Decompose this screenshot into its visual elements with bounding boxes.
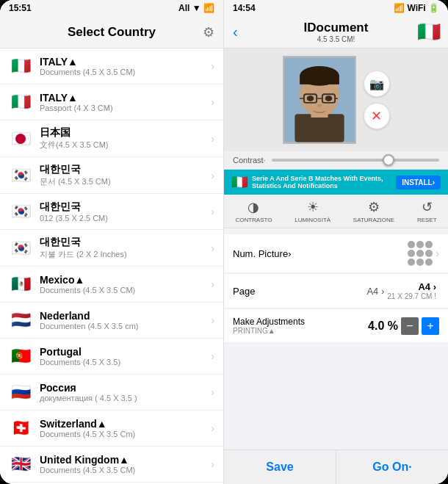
flag-italy1: 🇮🇹 xyxy=(9,54,32,78)
country-name-italy1: ITALY▲ xyxy=(40,56,211,68)
num-picture-row[interactable]: Num. Picture› › xyxy=(224,234,448,273)
country-item-switzerland[interactable]: 🇨🇭Switzerland▲Documents (4.5 X 3.5 Cm)› xyxy=(0,411,223,447)
country-item-mexico[interactable]: 🇲🇽Mexico▲Documents (4.5 X 3.5 CM)› xyxy=(0,267,223,303)
bottom-buttons: Save Go On· xyxy=(224,449,448,484)
left-header: Select Country ⚙ xyxy=(0,16,223,48)
country-name-portugal: Portugal xyxy=(40,346,211,358)
country-name-korea3: 대한민국 xyxy=(40,236,211,249)
make-adjustments-row: Make Adjustments PRINTING▲ 4.0 % − + xyxy=(224,309,448,343)
tool-luminosita[interactable]: ☀LUMINOSITÀ xyxy=(295,199,330,223)
camera-button[interactable]: 📷 xyxy=(364,71,390,97)
luminosita-icon: ☀ xyxy=(307,199,319,215)
close-button[interactable]: ✕ xyxy=(364,103,390,129)
chevron-portugal: › xyxy=(211,350,214,362)
country-info-netherlands: NederlandDocumenten (4.5 X 3.5 cm) xyxy=(40,310,211,331)
go-on-button[interactable]: Go On· xyxy=(336,450,448,484)
num-picture-label: Num. Picture› xyxy=(233,248,405,259)
flag-netherlands: 🇳🇱 xyxy=(9,308,32,332)
adjust-controls: 4.0 % − + xyxy=(368,317,439,335)
status-bar-left: 15:51 All ▼ 📶 xyxy=(0,0,223,16)
country-info-korea2: 대한민국012 (3.5 X 2.5 CM) xyxy=(40,201,211,223)
svg-rect-5 xyxy=(300,76,339,84)
country-name-netherlands: Nederland xyxy=(40,310,211,322)
page-size-2: 21 X 29.7 CM ! xyxy=(387,292,436,300)
chevron-korea1: › xyxy=(211,170,214,181)
country-name-italy2: ITALY▲ xyxy=(40,92,211,104)
chevron-japan: › xyxy=(211,133,214,145)
country-item-portugal[interactable]: 🇵🇹PortugalDocuments (4.5 X 3.5)› xyxy=(0,339,223,375)
country-item-russia[interactable]: 🇷🇺Россиядокументация ( 4.5 X 3.5 )› xyxy=(0,375,223,411)
country-info-uk: United Kingdom▲Documents (4.5 X 3.5 CM) xyxy=(40,454,211,474)
contrast-row: Contrast· xyxy=(224,151,448,170)
tool-saturazione[interactable]: ⚙SATURAZIONE xyxy=(353,199,394,223)
country-item-netherlands[interactable]: 🇳🇱NederlandDocumenten (4.5 X 3.5 cm)› xyxy=(0,303,223,339)
saturazione-icon: ⚙ xyxy=(368,199,380,215)
chevron-italy1: › xyxy=(211,60,214,72)
svg-point-12 xyxy=(325,95,332,101)
italy-flag-right: 🇮🇹 xyxy=(417,21,441,43)
country-doc-korea2: 012 (3.5 X 2.5 CM) xyxy=(40,214,211,223)
country-item-japan[interactable]: 🇯🇵日本国文件(4.5 X 3.5 CM)› xyxy=(0,120,223,157)
flag-japan: 🇯🇵 xyxy=(9,127,32,151)
country-name-korea2: 대한민국 xyxy=(40,201,211,214)
country-doc-uk: Documents (4.5 X 3.5 CM) xyxy=(40,466,211,474)
country-item-korea2[interactable]: 🇰🇷대한민국012 (3.5 X 2.5 CM)› xyxy=(0,194,223,230)
chevron-italy2: › xyxy=(211,96,214,108)
right-panel: 14:54 📶 WiFi 🔋 ‹ IDocument 4.5 3.5 CM! 🇮… xyxy=(224,0,448,484)
country-info-japan: 日本国文件(4.5 X 3.5 CM) xyxy=(40,126,211,151)
country-name-uk: United Kingdom▲ xyxy=(40,454,211,466)
tools-row: ◑CONTRASTO☀LUMINOSITÀ⚙SATURAZIONE↺RESET xyxy=(224,195,448,228)
page-label: Page xyxy=(233,286,255,297)
chevron-korea2: › xyxy=(211,206,214,217)
country-doc-netherlands: Documenten (4.5 X 3.5 cm) xyxy=(40,322,211,331)
country-list: 🇮🇹ITALY▲Documents (4.5 X 3.5 CM)›🇮🇹ITALY… xyxy=(0,48,223,484)
flag-portugal: 🇵🇹 xyxy=(9,344,32,368)
num-picture-chevron: › xyxy=(436,248,439,259)
save-button[interactable]: Save xyxy=(224,450,336,484)
country-item-korea3[interactable]: 🇰🇷대한민국지불 카드 (2 X 2 Inches)› xyxy=(0,230,223,267)
page-row[interactable]: Page A4 › A4 › 21 X 29.7 CM ! xyxy=(224,274,448,308)
country-item-italy2[interactable]: 🇮🇹ITALY▲Passport (4 X 3 CM)› xyxy=(0,84,223,120)
contrast-slider[interactable] xyxy=(272,159,439,162)
contrasto-label: CONTRASTO xyxy=(235,217,272,223)
saturazione-label: SATURAZIONE xyxy=(353,217,394,223)
slider-thumb[interactable] xyxy=(383,154,394,166)
flag-uk: 🇬🇧 xyxy=(9,452,32,476)
country-doc-italy1: Documents (4.5 X 3.5 CM) xyxy=(40,68,211,76)
country-info-portugal: PortugalDocuments (4.5 X 3.5) xyxy=(40,346,211,366)
country-info-switzerland: Switzerland▲Documents (4.5 X 3.5 Cm) xyxy=(40,418,211,438)
country-doc-japan: 文件(4.5 X 3.5 CM) xyxy=(40,140,211,151)
chevron-russia: › xyxy=(211,386,214,398)
left-title: Select Country xyxy=(68,25,156,40)
left-panel: 15:51 All ▼ 📶 Select Country ⚙ 🇮🇹ITALY▲D… xyxy=(0,0,224,484)
chevron-netherlands: › xyxy=(211,314,214,326)
country-item-italy1[interactable]: 🇮🇹ITALY▲Documents (4.5 X 3.5 CM)› xyxy=(0,48,223,84)
luminosita-label: LUMINOSITÀ xyxy=(295,217,330,223)
chevron-uk: › xyxy=(211,458,214,470)
country-name-russia: Россия xyxy=(40,382,211,394)
tool-contrasto[interactable]: ◑CONTRASTO xyxy=(235,199,272,223)
page-value: A4 › xyxy=(366,286,384,297)
right-header: ‹ IDocument 4.5 3.5 CM! 🇮🇹 xyxy=(224,16,448,48)
flag-mexico: 🇲🇽 xyxy=(9,272,32,296)
make-adjustments-label: Make Adjustments PRINTING▲ xyxy=(233,317,368,335)
header-center: IDocument 4.5 3.5 CM! xyxy=(224,21,448,43)
decrease-button[interactable]: − xyxy=(401,317,419,335)
right-subtitle: 4.5 3.5 CM! xyxy=(224,35,448,43)
install-button[interactable]: INSTALL› xyxy=(396,176,441,189)
reset-label: RESET xyxy=(417,217,437,223)
flag-italy2: 🇮🇹 xyxy=(9,90,32,114)
flag-korea1: 🇰🇷 xyxy=(9,164,32,187)
country-name-japan: 日本国 xyxy=(40,126,211,140)
country-doc-switzerland: Documents (4.5 X 3.5 Cm) xyxy=(40,430,211,438)
status-bar-right: 14:54 📶 WiFi 🔋 xyxy=(224,0,448,16)
increase-button[interactable]: + xyxy=(422,317,439,335)
country-doc-russia: документация ( 4.5 X 3.5 ) xyxy=(40,394,211,402)
country-item-uk[interactable]: 🇬🇧United Kingdom▲Documents (4.5 X 3.5 CM… xyxy=(0,447,223,483)
country-info-mexico: Mexico▲Documents (4.5 X 3.5 CM) xyxy=(40,274,211,295)
tool-reset[interactable]: ↺RESET xyxy=(417,199,437,223)
country-name-korea1: 대한민국 xyxy=(40,163,211,176)
gear-icon[interactable]: ⚙ xyxy=(203,24,214,40)
photo-area: 📷 ✕ xyxy=(224,48,448,151)
country-item-korea1[interactable]: 🇰🇷대한민국문서 (4.5 X 3.5 CM)› xyxy=(0,157,223,194)
